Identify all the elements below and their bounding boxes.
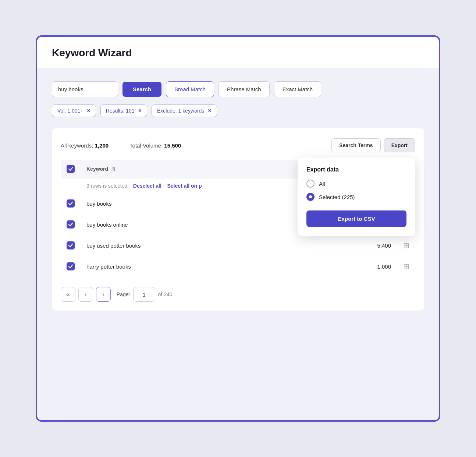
row-checkbox-4[interactable] — [67, 262, 75, 270]
row-checkbox-cell — [61, 193, 81, 214]
page-of-label: of 240 — [158, 291, 173, 297]
phrase-match-button[interactable]: Phrase Match — [219, 81, 270, 97]
row-icon-cell-4: ⊞ — [397, 256, 415, 277]
main-content: Search Broad Match Phrase Match Exact Ma… — [37, 68, 439, 324]
total-volume-value: 15,500 — [164, 142, 181, 149]
row-checkbox-1[interactable] — [67, 199, 75, 208]
sort-icon[interactable]: ⇅ — [112, 167, 116, 172]
first-page-button[interactable]: « — [61, 287, 75, 302]
stats-section: All keywords: 1,200 Total Volume: 15,500 — [61, 142, 331, 149]
keyword-col-label: Keyword — [86, 166, 108, 172]
table-actions: Search Terms Export Export data All Sele… — [331, 138, 415, 152]
deselect-all-link[interactable]: Deselect all — [133, 183, 161, 189]
keyword-cell-2: buy books online — [81, 214, 309, 235]
search-terms-button[interactable]: Search Terms — [331, 138, 381, 152]
export-csv-button[interactable]: Export to CSV — [306, 210, 406, 227]
export-dropdown: Export data All Selected (225) Export to… — [298, 157, 415, 236]
all-keywords-value: 1,200 — [95, 142, 109, 149]
export-radio-all[interactable] — [306, 180, 315, 188]
volume-cell-3: 5,400 — [309, 235, 397, 256]
header: Keyword Wizard — [37, 37, 439, 68]
table-row: harry potter books 1,000 ⊞ — [61, 256, 415, 277]
export-button[interactable]: Export — [384, 138, 415, 152]
selection-count: 3 rows is selected — [86, 183, 127, 189]
page-label: Page: — [117, 291, 130, 297]
export-option-all[interactable]: All — [306, 180, 406, 188]
broad-match-button[interactable]: Broad Match — [166, 81, 214, 97]
select-all-on-link[interactable]: Select all on p — [167, 183, 202, 189]
search-input[interactable] — [52, 81, 118, 97]
row-checkbox-2[interactable] — [67, 220, 75, 229]
results-filter-remove[interactable]: × — [138, 108, 142, 114]
table-icon-4[interactable]: ⊞ — [403, 262, 409, 270]
vol-filter-remove[interactable]: × — [87, 108, 90, 114]
exclude-filter-chip: Exclude: 1 keywords × — [152, 104, 217, 117]
results-filter-chip: Results: 101 × — [100, 104, 147, 117]
export-option-all-label: All — [319, 181, 325, 187]
keyword-cell-1: buy books — [81, 193, 309, 214]
pagination-row: « ‹ › Page: of 240 — [61, 287, 415, 302]
keyword-cell-3: buy used potter books — [81, 235, 309, 256]
export-option-selected-label: Selected (225) — [319, 194, 355, 200]
export-option-selected[interactable]: Selected (225) — [306, 193, 406, 201]
next-page-button[interactable]: › — [96, 287, 111, 302]
keyword-cell-4: harry potter books — [81, 256, 309, 277]
page-title: Keyword Wizard — [52, 47, 424, 59]
stat-divider — [119, 142, 119, 149]
prev-page-button[interactable]: ‹ — [78, 287, 93, 302]
exclude-filter-label: Exclude: 1 keywords — [157, 108, 204, 114]
all-keywords-label: All keywords: — [61, 142, 93, 149]
row-icon-cell-3: ⊞ — [397, 235, 415, 256]
table-icon-3[interactable]: ⊞ — [403, 241, 409, 249]
export-radio-selected[interactable] — [306, 193, 315, 201]
search-row: Search Broad Match Phrase Match Exact Ma… — [52, 81, 424, 97]
filter-row: Vol: 1,001+ × Results: 101 × Exclude: 1 … — [52, 104, 424, 117]
row-checkbox-3[interactable] — [67, 241, 75, 249]
app-container: Keyword Wizard Search Broad Match Phrase… — [36, 35, 440, 422]
page-input[interactable] — [133, 287, 155, 302]
volume-cell-4: 1,000 — [309, 256, 397, 277]
total-volume-label: Total Volume: — [129, 142, 163, 149]
results-filter-label: Results: 101 — [106, 108, 135, 114]
exclude-filter-remove[interactable]: × — [208, 108, 211, 114]
row-checkbox-cell — [61, 214, 81, 235]
row-checkbox-cell — [61, 235, 81, 256]
table-header-row: All keywords: 1,200 Total Volume: 15,500… — [61, 138, 415, 152]
vol-filter-chip: Vol: 1,001+ × — [52, 104, 96, 117]
keyword-col-header: Keyword ⇅ — [81, 160, 309, 178]
table-row: buy used potter books 5,400 ⊞ — [61, 235, 415, 256]
checkbox-header — [61, 160, 81, 178]
exact-match-button[interactable]: Exact Match — [274, 81, 322, 97]
vol-filter-label: Vol: 1,001+ — [57, 108, 83, 114]
all-keywords-stat: All keywords: 1,200 — [61, 142, 109, 149]
table-card: All keywords: 1,200 Total Volume: 15,500… — [52, 128, 424, 311]
select-all-checkbox[interactable] — [67, 165, 75, 173]
row-checkbox-cell — [61, 256, 81, 277]
search-button[interactable]: Search — [122, 82, 161, 97]
export-dropdown-title: Export data — [306, 166, 406, 173]
total-volume-stat: Total Volume: 15,500 — [129, 142, 181, 149]
